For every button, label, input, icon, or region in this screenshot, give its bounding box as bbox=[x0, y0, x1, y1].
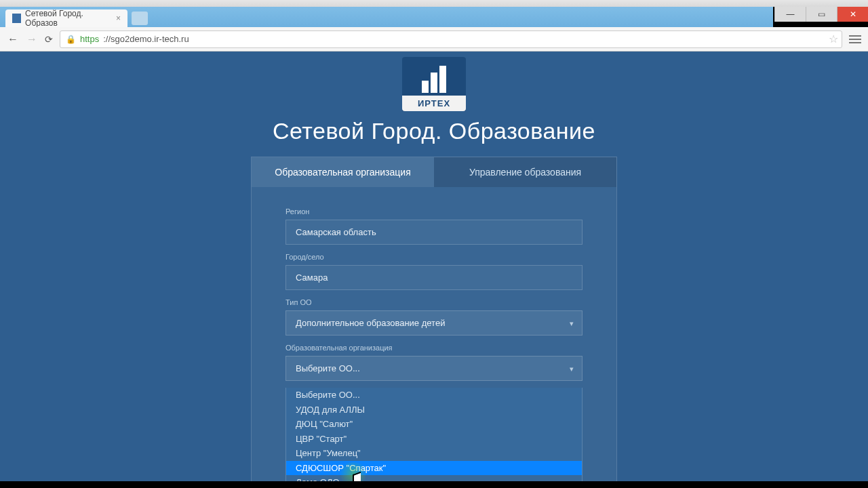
select-city[interactable]: Самара bbox=[285, 265, 583, 290]
window-titlebar bbox=[0, 0, 868, 7]
tab-close-icon[interactable]: × bbox=[116, 14, 121, 23]
dropdown-option[interactable]: Демо ОДО bbox=[286, 475, 582, 481]
dropdown-option[interactable]: ДЮЦ "Салют" bbox=[286, 417, 582, 432]
dropdown-option[interactable]: Центр "Умелец" bbox=[286, 446, 582, 461]
url-bar[interactable]: 🔒 https://sgo2demo.ir-tech.ru bbox=[60, 30, 842, 48]
select-org[interactable]: Выберите ОО... ▾ bbox=[285, 356, 583, 381]
login-card: Образовательная организация Управление о… bbox=[251, 157, 617, 481]
browser-tab-strip: Сетевой Город. Образов × bbox=[0, 7, 773, 27]
browser-tab-active[interactable]: Сетевой Город. Образов × bbox=[5, 9, 127, 27]
browser-menu-icon[interactable] bbox=[849, 35, 861, 43]
select-type[interactable]: Дополнительное образование детей ▾ bbox=[285, 310, 583, 336]
letterbox-bottom bbox=[0, 481, 868, 488]
tab-edu-org[interactable]: Образовательная организация bbox=[252, 157, 434, 187]
label-region: Регион bbox=[285, 207, 583, 216]
logo: ИРТЕХ bbox=[402, 57, 466, 111]
bookmark-icon[interactable]: ☆ bbox=[829, 33, 838, 45]
dropdown-option[interactable]: ЦВР "Старт" bbox=[286, 432, 582, 447]
chevron-down-icon: ▾ bbox=[570, 364, 574, 373]
page-content: ИРТЕХ Сетевой Город. Образование Образов… bbox=[0, 52, 868, 481]
window-minimize-button[interactable] bbox=[774, 7, 806, 22]
label-type: Тип ОО bbox=[285, 298, 583, 306]
browser-toolbar: ← → ⟳ 🔒 https://sgo2demo.ir-tech.ru ☆ bbox=[0, 27, 868, 52]
lock-icon: 🔒 bbox=[66, 35, 76, 44]
select-type-value: Дополнительное образование детей bbox=[296, 318, 445, 328]
select-city-value: Самара bbox=[296, 272, 328, 283]
dropdown-option[interactable]: УДОД для АЛЛЫ bbox=[286, 403, 582, 418]
url-host: ://sgo2demo.ir-tech.ru bbox=[103, 34, 189, 44]
select-region-value: Самарская область bbox=[296, 227, 376, 237]
new-tab-button[interactable] bbox=[132, 12, 148, 25]
label-city: Город/село bbox=[285, 253, 583, 261]
browser-tab-title: Сетевой Город. Образов bbox=[25, 9, 112, 28]
logo-text: ИРТЕХ bbox=[402, 96, 466, 111]
nav-forward-button: → bbox=[26, 33, 38, 45]
dropdown-option[interactable]: СДЮСШОР "Спартак" bbox=[286, 461, 582, 476]
tab-edu-mgmt[interactable]: Управление образования bbox=[434, 157, 616, 187]
reload-button[interactable]: ⟳ bbox=[45, 34, 53, 45]
label-org: Образовательная организация bbox=[285, 344, 583, 352]
page-title: Сетевой Город. Образование bbox=[273, 118, 595, 144]
select-org-dropdown[interactable]: Выберите ОО...УДОД для АЛЛЫДЮЦ "Салют"ЦВ… bbox=[285, 388, 583, 481]
favicon bbox=[12, 14, 21, 23]
chevron-down-icon: ▾ bbox=[570, 319, 574, 327]
nav-back-button[interactable]: ← bbox=[7, 33, 19, 45]
dropdown-option[interactable]: Выберите ОО... bbox=[286, 388, 582, 403]
window-close-button[interactable] bbox=[837, 7, 868, 22]
window-maximize-button[interactable] bbox=[806, 7, 837, 22]
select-org-value: Выберите ОО... bbox=[296, 363, 360, 373]
url-protocol: https bbox=[80, 34, 99, 44]
select-region[interactable]: Самарская область bbox=[285, 220, 583, 245]
